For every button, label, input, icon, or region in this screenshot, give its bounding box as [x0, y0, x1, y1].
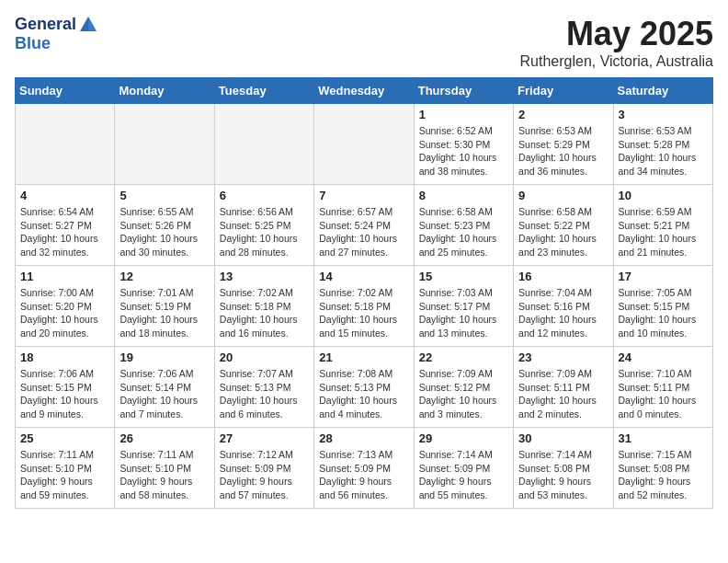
calendar-cell: 22Sunrise: 7:09 AM Sunset: 5:12 PM Dayli…: [414, 347, 513, 428]
logo-blue: Blue: [15, 35, 100, 53]
weekday-header-wednesday: Wednesday: [314, 78, 414, 104]
day-number: 28: [319, 431, 408, 445]
week-row-5: 25Sunrise: 7:11 AM Sunset: 5:10 PM Dayli…: [16, 428, 713, 509]
day-info: Sunrise: 7:11 AM Sunset: 5:10 PM Dayligh…: [20, 448, 109, 502]
day-number: 27: [220, 431, 309, 445]
day-info: Sunrise: 7:06 AM Sunset: 5:14 PM Dayligh…: [119, 367, 209, 421]
logo: General Blue: [15, 15, 100, 53]
day-info: Sunrise: 6:52 AM Sunset: 5:30 PM Dayligh…: [419, 124, 508, 178]
calendar-cell: 2Sunrise: 6:53 AM Sunset: 5:29 PM Daylig…: [514, 104, 613, 185]
day-number: 30: [518, 431, 608, 445]
day-info: Sunrise: 6:53 AM Sunset: 5:29 PM Dayligh…: [518, 124, 608, 178]
day-number: 31: [619, 431, 708, 445]
day-number: 21: [319, 350, 408, 364]
weekday-header-row: SundayMondayTuesdayWednesdayThursdayFrid…: [16, 78, 713, 104]
calendar-cell: 16Sunrise: 7:04 AM Sunset: 5:16 PM Dayli…: [514, 266, 613, 347]
day-info: Sunrise: 7:06 AM Sunset: 5:15 PM Dayligh…: [20, 367, 109, 421]
day-info: Sunrise: 6:53 AM Sunset: 5:28 PM Dayligh…: [619, 124, 708, 178]
day-number: 6: [220, 189, 309, 202]
week-row-1: 1Sunrise: 6:52 AM Sunset: 5:30 PM Daylig…: [16, 104, 713, 185]
weekday-header-saturday: Saturday: [613, 78, 712, 104]
day-number: 2: [518, 108, 608, 121]
day-info: Sunrise: 7:04 AM Sunset: 5:16 PM Dayligh…: [518, 286, 608, 340]
calendar-cell: 28Sunrise: 7:13 AM Sunset: 5:09 PM Dayli…: [314, 428, 414, 509]
day-info: Sunrise: 7:02 AM Sunset: 5:18 PM Dayligh…: [220, 286, 309, 340]
day-info: Sunrise: 7:15 AM Sunset: 5:08 PM Dayligh…: [619, 448, 708, 502]
calendar-cell: 8Sunrise: 6:58 AM Sunset: 5:23 PM Daylig…: [414, 185, 513, 266]
day-number: 20: [220, 350, 309, 364]
day-info: Sunrise: 6:59 AM Sunset: 5:21 PM Dayligh…: [619, 205, 708, 259]
calendar-cell: 18Sunrise: 7:06 AM Sunset: 5:15 PM Dayli…: [16, 347, 115, 428]
month-title: May 2025: [520, 15, 713, 53]
calendar-cell: 9Sunrise: 6:58 AM Sunset: 5:22 PM Daylig…: [514, 185, 613, 266]
calendar-cell: 26Sunrise: 7:11 AM Sunset: 5:10 PM Dayli…: [115, 428, 214, 509]
page-header: General Blue May 2025 Rutherglen, Victor…: [15, 15, 713, 70]
day-number: 3: [619, 108, 708, 121]
calendar-cell: 7Sunrise: 6:57 AM Sunset: 5:24 PM Daylig…: [314, 185, 414, 266]
calendar-cell: 25Sunrise: 7:11 AM Sunset: 5:10 PM Dayli…: [16, 428, 115, 509]
day-number: 5: [119, 189, 209, 202]
calendar-cell: 20Sunrise: 7:07 AM Sunset: 5:13 PM Dayli…: [214, 347, 313, 428]
day-info: Sunrise: 7:02 AM Sunset: 5:18 PM Dayligh…: [319, 286, 408, 340]
day-info: Sunrise: 6:55 AM Sunset: 5:26 PM Dayligh…: [119, 205, 209, 259]
calendar-cell: 24Sunrise: 7:10 AM Sunset: 5:11 PM Dayli…: [613, 347, 712, 428]
calendar-cell: 10Sunrise: 6:59 AM Sunset: 5:21 PM Dayli…: [613, 185, 712, 266]
calendar-cell: 11Sunrise: 7:00 AM Sunset: 5:20 PM Dayli…: [16, 266, 115, 347]
week-row-2: 4Sunrise: 6:54 AM Sunset: 5:27 PM Daylig…: [16, 185, 713, 266]
day-number: 14: [319, 270, 408, 283]
calendar-cell: [214, 104, 313, 185]
calendar-cell: 1Sunrise: 6:52 AM Sunset: 5:30 PM Daylig…: [414, 104, 513, 185]
calendar-cell: 13Sunrise: 7:02 AM Sunset: 5:18 PM Dayli…: [214, 266, 313, 347]
calendar-cell: 14Sunrise: 7:02 AM Sunset: 5:18 PM Dayli…: [314, 266, 414, 347]
calendar-cell: 15Sunrise: 7:03 AM Sunset: 5:17 PM Dayli…: [414, 266, 513, 347]
logo-text: General: [15, 15, 100, 35]
day-info: Sunrise: 7:08 AM Sunset: 5:13 PM Dayligh…: [319, 367, 408, 421]
calendar-table: SundayMondayTuesdayWednesdayThursdayFrid…: [15, 77, 713, 509]
day-number: 11: [20, 270, 109, 283]
calendar-cell: [16, 104, 115, 185]
calendar-cell: 31Sunrise: 7:15 AM Sunset: 5:08 PM Dayli…: [613, 428, 712, 509]
day-number: 23: [518, 350, 608, 364]
calendar-cell: 30Sunrise: 7:14 AM Sunset: 5:08 PM Dayli…: [514, 428, 613, 509]
weekday-header-thursday: Thursday: [414, 78, 513, 104]
day-info: Sunrise: 6:58 AM Sunset: 5:22 PM Dayligh…: [518, 205, 608, 259]
location-subtitle: Rutherglen, Victoria, Australia: [520, 53, 713, 70]
calendar-cell: 6Sunrise: 6:56 AM Sunset: 5:25 PM Daylig…: [214, 185, 313, 266]
title-block: May 2025 Rutherglen, Victoria, Australia: [520, 15, 713, 70]
calendar-cell: [314, 104, 414, 185]
day-number: 17: [619, 270, 708, 283]
day-info: Sunrise: 7:12 AM Sunset: 5:09 PM Dayligh…: [220, 448, 309, 502]
day-number: 19: [119, 350, 209, 364]
day-info: Sunrise: 7:09 AM Sunset: 5:11 PM Dayligh…: [518, 367, 608, 421]
calendar-cell: 29Sunrise: 7:14 AM Sunset: 5:09 PM Dayli…: [414, 428, 513, 509]
day-number: 18: [20, 350, 109, 364]
day-number: 24: [619, 350, 708, 364]
calendar-cell: 21Sunrise: 7:08 AM Sunset: 5:13 PM Dayli…: [314, 347, 414, 428]
day-info: Sunrise: 6:54 AM Sunset: 5:27 PM Dayligh…: [20, 205, 109, 259]
day-number: 7: [319, 189, 408, 202]
week-row-4: 18Sunrise: 7:06 AM Sunset: 5:15 PM Dayli…: [16, 347, 713, 428]
day-number: 10: [619, 189, 708, 202]
calendar-cell: 17Sunrise: 7:05 AM Sunset: 5:15 PM Dayli…: [613, 266, 712, 347]
weekday-header-monday: Monday: [115, 78, 214, 104]
weekday-header-sunday: Sunday: [16, 78, 115, 104]
calendar-cell: 27Sunrise: 7:12 AM Sunset: 5:09 PM Dayli…: [214, 428, 313, 509]
calendar-cell: 23Sunrise: 7:09 AM Sunset: 5:11 PM Dayli…: [514, 347, 613, 428]
day-info: Sunrise: 7:09 AM Sunset: 5:12 PM Dayligh…: [419, 367, 508, 421]
day-info: Sunrise: 6:58 AM Sunset: 5:23 PM Dayligh…: [419, 205, 508, 259]
calendar-cell: 5Sunrise: 6:55 AM Sunset: 5:26 PM Daylig…: [115, 185, 214, 266]
weekday-header-friday: Friday: [514, 78, 613, 104]
day-info: Sunrise: 7:07 AM Sunset: 5:13 PM Dayligh…: [220, 367, 309, 421]
day-info: Sunrise: 7:00 AM Sunset: 5:20 PM Dayligh…: [20, 286, 109, 340]
day-info: Sunrise: 7:13 AM Sunset: 5:09 PM Dayligh…: [319, 448, 408, 502]
day-number: 25: [20, 431, 109, 445]
week-row-3: 11Sunrise: 7:00 AM Sunset: 5:20 PM Dayli…: [16, 266, 713, 347]
day-number: 12: [119, 270, 209, 283]
day-info: Sunrise: 7:14 AM Sunset: 5:09 PM Dayligh…: [419, 448, 508, 502]
calendar-cell: 12Sunrise: 7:01 AM Sunset: 5:19 PM Dayli…: [115, 266, 214, 347]
day-info: Sunrise: 7:03 AM Sunset: 5:17 PM Dayligh…: [419, 286, 508, 340]
day-info: Sunrise: 6:56 AM Sunset: 5:25 PM Dayligh…: [220, 205, 309, 259]
day-info: Sunrise: 7:14 AM Sunset: 5:08 PM Dayligh…: [518, 448, 608, 502]
day-number: 16: [518, 270, 608, 283]
calendar-cell: 19Sunrise: 7:06 AM Sunset: 5:14 PM Dayli…: [115, 347, 214, 428]
